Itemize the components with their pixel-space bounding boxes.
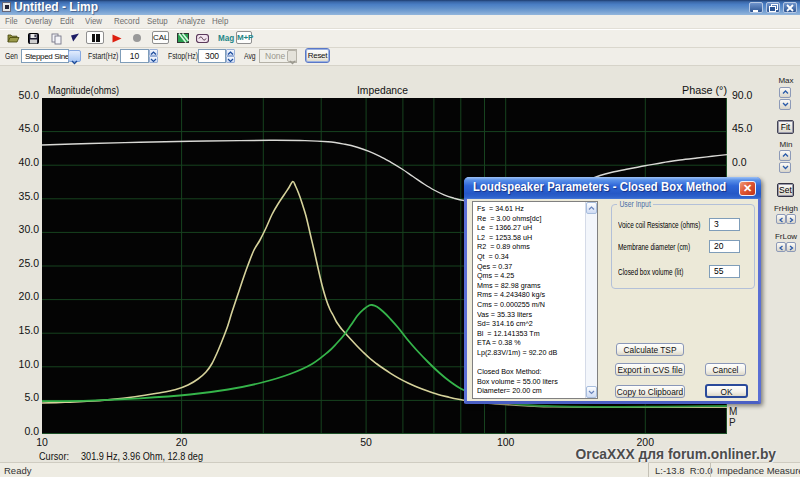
svg-text:45.0: 45.0	[732, 122, 753, 134]
svg-text:20.0: 20.0	[19, 290, 40, 302]
svg-text:Phase (°): Phase (°)	[682, 84, 727, 96]
svg-text:0.0: 0.0	[24, 425, 39, 437]
svg-text:P: P	[729, 417, 736, 428]
svg-text:0.0: 0.0	[732, 156, 747, 168]
svg-text:15.0: 15.0	[19, 324, 40, 336]
svg-text:10.0: 10.0	[19, 358, 40, 370]
svg-text:Impedance: Impedance	[357, 84, 408, 96]
svg-text:30.0: 30.0	[19, 223, 40, 235]
svg-text:50.0: 50.0	[19, 89, 40, 101]
svg-text:5.0: 5.0	[24, 391, 39, 403]
svg-text:40.0: 40.0	[19, 156, 40, 168]
svg-text:25.0: 25.0	[19, 257, 40, 269]
svg-text:10: 10	[36, 436, 48, 448]
svg-text:35.0: 35.0	[19, 190, 40, 202]
svg-text:90.0: 90.0	[732, 89, 753, 101]
svg-text:M: M	[729, 406, 737, 417]
svg-text:45.0: 45.0	[19, 122, 40, 134]
svg-text:Magnitude(ohms): Magnitude(ohms)	[48, 84, 119, 96]
